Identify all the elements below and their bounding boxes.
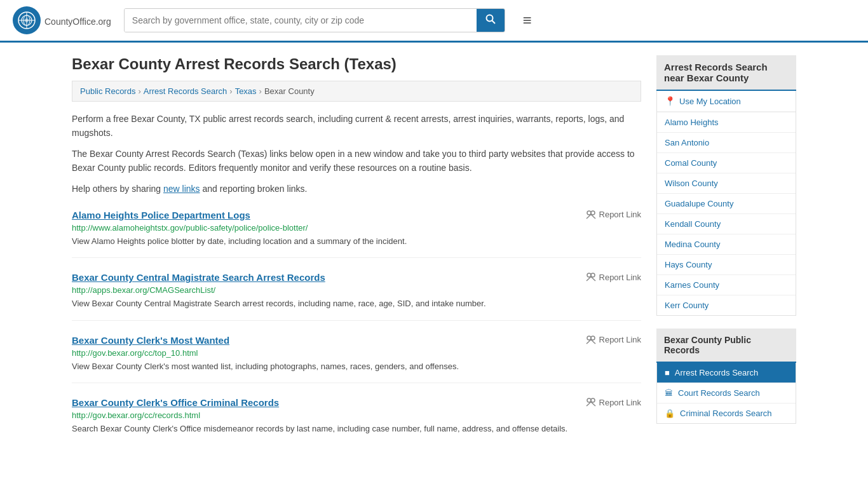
sidebar-link-medina[interactable]: Medina County bbox=[657, 234, 796, 254]
report-link-label: Report Link bbox=[599, 398, 641, 407]
result-item: Bexar County Clerk's Most Wanted Report … bbox=[72, 335, 641, 384]
result-description: View Bexar County Clerk's most wanted li… bbox=[72, 360, 641, 373]
sidebar: Arrest Records Search near Bexar County … bbox=[656, 55, 796, 445]
public-records-item-criminal: 🔒 Criminal Records Search bbox=[657, 403, 796, 423]
result-url: http://gov.bexar.org/cc/records.html bbox=[72, 410, 641, 420]
sidebar-nearby-heading: Arrest Records Search near Bexar County bbox=[656, 55, 796, 91]
sidebar-link-item: Karnes County bbox=[657, 275, 796, 295]
sidebar-link-item: Wilson County bbox=[657, 173, 796, 194]
sidebar-link-karnes[interactable]: Karnes County bbox=[657, 275, 796, 295]
result-title[interactable]: Bexar County Central Magistrate Search A… bbox=[72, 272, 325, 283]
sidebar-link-kerr[interactable]: Kerr County bbox=[657, 295, 796, 315]
report-link[interactable]: Report Link bbox=[586, 210, 641, 220]
breadcrumb-sep-3: › bbox=[259, 86, 262, 96]
pin-icon: 📍 bbox=[665, 96, 675, 106]
svg-point-16 bbox=[587, 336, 591, 340]
breadcrumb-bexar: Bexar County bbox=[264, 86, 315, 96]
logo-text: CountyOffice.org bbox=[44, 13, 111, 28]
svg-point-17 bbox=[591, 336, 595, 340]
use-my-location-label: Use My Location bbox=[679, 97, 741, 106]
result-item: Alamo Heights Police Department Logs Rep… bbox=[72, 210, 641, 259]
logo-suffix: .org bbox=[96, 17, 111, 27]
sidebar-link-item: Kendall County bbox=[657, 214, 796, 234]
intro-paragraph-3: Help others by sharing new links and rep… bbox=[72, 182, 641, 196]
result-description: View Alamo Heights police blotter by dat… bbox=[72, 235, 641, 248]
svg-point-13 bbox=[591, 273, 595, 277]
arrest-records-label: Arrest Records Search bbox=[675, 368, 759, 377]
use-my-location[interactable]: 📍 Use My Location bbox=[657, 91, 796, 112]
intro-p3-post: and reporting broken links. bbox=[200, 184, 308, 194]
breadcrumb: Public Records › Arrest Records Search ›… bbox=[72, 81, 641, 102]
sidebar-link-item: Kerr County bbox=[657, 295, 796, 315]
public-records-link-criminal[interactable]: 🔒 Criminal Records Search bbox=[657, 403, 796, 423]
criminal-records-icon: 🔒 bbox=[665, 409, 675, 418]
new-links-link[interactable]: new links bbox=[163, 184, 200, 194]
sidebar-link-item: Hays County bbox=[657, 255, 796, 275]
logo-icon bbox=[13, 6, 41, 34]
sidebar-public-records-section: Bexar County Public Records ■ Arrest Rec… bbox=[656, 329, 796, 424]
result-item: Bexar County Clerk's Office Criminal Rec… bbox=[72, 397, 641, 445]
sidebar-link-hays[interactable]: Hays County bbox=[657, 255, 796, 274]
svg-line-7 bbox=[492, 21, 495, 24]
search-input[interactable] bbox=[125, 9, 477, 32]
breadcrumb-sep-1: › bbox=[138, 86, 140, 96]
result-description: View Bexar County Central Magistrate Sea… bbox=[72, 297, 641, 310]
report-link[interactable]: Report Link bbox=[586, 335, 641, 345]
breadcrumb-texas[interactable]: Texas bbox=[235, 86, 257, 96]
sidebar-link-kendall[interactable]: Kendall County bbox=[657, 214, 796, 234]
result-url: http://gov.bexar.org/cc/top_10.html bbox=[72, 348, 641, 358]
sidebar-public-records-heading: Bexar County Public Records bbox=[656, 329, 796, 363]
results-list: Alamo Heights Police Department Logs Rep… bbox=[72, 210, 641, 445]
search-bar bbox=[124, 8, 505, 32]
result-header: Bexar County Clerk's Most Wanted Report … bbox=[72, 335, 641, 346]
sidebar-link-san-antonio[interactable]: San Antonio bbox=[657, 133, 796, 152]
sidebar-nearby-list: 📍 Use My Location Alamo Heights San Anto… bbox=[656, 91, 796, 316]
sidebar-link-alamo-heights[interactable]: Alamo Heights bbox=[657, 112, 796, 132]
result-title[interactable]: Bexar County Clerk's Most Wanted bbox=[72, 335, 229, 346]
report-link-label: Report Link bbox=[599, 273, 641, 282]
svg-point-8 bbox=[587, 211, 591, 215]
logo-name: CountyOffice bbox=[44, 17, 96, 27]
search-button[interactable] bbox=[477, 9, 505, 32]
sidebar-link-comal[interactable]: Comal County bbox=[657, 153, 796, 173]
hamburger-menu[interactable]: ≡ bbox=[523, 11, 532, 29]
result-description: Search Bexar County Clerk's Office misde… bbox=[72, 423, 641, 435]
sidebar-link-item: Alamo Heights bbox=[657, 112, 796, 133]
scissors-icon bbox=[586, 397, 596, 407]
public-records-item-arrest: ■ Arrest Records Search bbox=[657, 363, 796, 383]
svg-point-5 bbox=[25, 18, 29, 22]
intro-paragraph-2: The Bexar County Arrest Records Search (… bbox=[72, 147, 641, 175]
sidebar-link-guadalupe[interactable]: Guadalupe County bbox=[657, 194, 796, 214]
sidebar-link-item: Guadalupe County bbox=[657, 194, 796, 214]
report-link[interactable]: Report Link bbox=[586, 397, 641, 407]
svg-point-20 bbox=[587, 398, 591, 402]
sidebar-location-item: 📍 Use My Location bbox=[657, 91, 796, 112]
result-header: Bexar County Clerk's Office Criminal Rec… bbox=[72, 397, 641, 408]
public-records-item-court: 🏛 Court Records Search bbox=[657, 383, 796, 403]
scissors-icon bbox=[586, 272, 596, 282]
svg-point-6 bbox=[486, 15, 492, 22]
site-header: CountyOffice.org ≡ bbox=[0, 0, 868, 43]
breadcrumb-arrest-records[interactable]: Arrest Records Search bbox=[144, 86, 227, 96]
report-link[interactable]: Report Link bbox=[586, 272, 641, 282]
page-title: Bexar County Arrest Records Search (Texa… bbox=[72, 55, 641, 73]
public-records-link-court[interactable]: 🏛 Court Records Search bbox=[657, 383, 796, 403]
public-records-link-arrest[interactable]: ■ Arrest Records Search bbox=[657, 363, 796, 383]
svg-point-12 bbox=[587, 273, 591, 277]
criminal-records-label: Criminal Records Search bbox=[680, 409, 772, 418]
result-item: Bexar County Central Magistrate Search A… bbox=[72, 272, 641, 321]
result-title[interactable]: Bexar County Clerk's Office Criminal Rec… bbox=[72, 397, 279, 408]
result-title[interactable]: Alamo Heights Police Department Logs bbox=[72, 210, 250, 220]
logo-link[interactable]: CountyOffice.org bbox=[13, 6, 111, 34]
result-url: http://www.alamoheightstx.gov/public-saf… bbox=[72, 223, 641, 233]
report-link-label: Report Link bbox=[599, 335, 641, 344]
main-content: Bexar County Arrest Records Search (Texa… bbox=[72, 55, 641, 445]
breadcrumb-public-records[interactable]: Public Records bbox=[80, 86, 135, 96]
sidebar-public-records-list: ■ Arrest Records Search 🏛 Court Records … bbox=[656, 363, 796, 424]
sidebar-link-wilson[interactable]: Wilson County bbox=[657, 173, 796, 193]
sidebar-link-item: San Antonio bbox=[657, 133, 796, 153]
arrest-records-icon: ■ bbox=[665, 368, 670, 377]
breadcrumb-sep-2: › bbox=[229, 86, 232, 96]
scissors-icon bbox=[586, 210, 596, 220]
result-header: Alamo Heights Police Department Logs Rep… bbox=[72, 210, 641, 220]
